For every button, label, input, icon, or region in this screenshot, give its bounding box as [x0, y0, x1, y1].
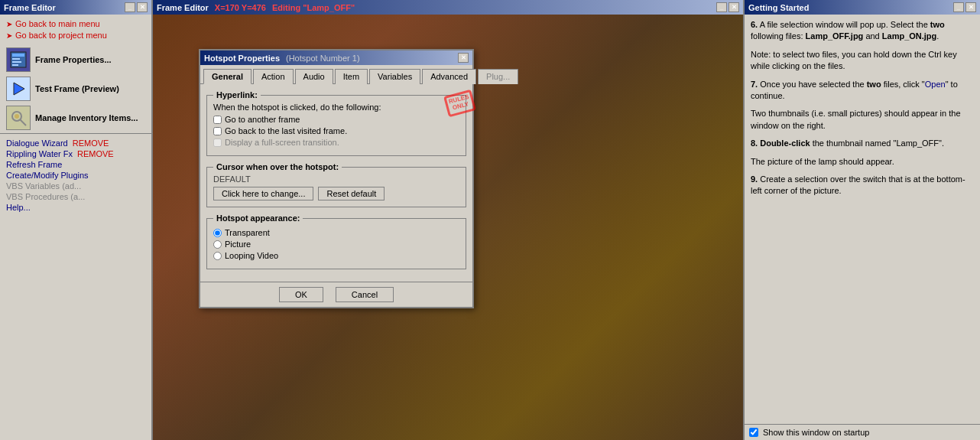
- right-content: 6. A file selection window will pop up. …: [745, 15, 980, 424]
- go-back-main-link[interactable]: ➤ Go back to main menu: [6, 19, 145, 28]
- refresh-frame-row: Refresh Frame: [6, 160, 145, 169]
- go-back-project-link[interactable]: ➤ Go back to project menu: [6, 31, 145, 40]
- reset-cursor-button[interactable]: Reset default: [318, 187, 385, 200]
- transparent-label: Transparent: [225, 228, 270, 237]
- left-panel: Frame Editor _ ✕ ➤ Go back to main menu …: [0, 0, 153, 440]
- step-7-text: 7. Once you have selected the two files,…: [751, 79, 974, 103]
- svg-rect-2: [12, 58, 20, 60]
- dialog-content: Hyperlink: When the hotspot is clicked, …: [200, 84, 472, 282]
- arrow-icon-project: ➤: [6, 31, 12, 40]
- coords-display: X=170 Y=476: [215, 3, 266, 12]
- change-cursor-button[interactable]: Click here to change...: [213, 187, 313, 200]
- transparent-radio[interactable]: [213, 229, 222, 237]
- frame-properties-label: Frame Properties...: [35, 55, 112, 64]
- divider-links: Dialogue Wizard REMOVE Rippling Water Fx…: [0, 133, 151, 213]
- test-frame-item[interactable]: Test Frame (Preview): [6, 77, 145, 101]
- minimize-button[interactable]: _: [125, 2, 135, 12]
- tab-plugins[interactable]: Plug...: [478, 69, 518, 84]
- left-menu-items: Frame Properties... Test Frame (Preview)…: [0, 44, 151, 133]
- go-back-row: Go back to the last visited frame.: [213, 126, 459, 135]
- center-close-button[interactable]: ✕: [729, 2, 739, 12]
- center-panel: Frame Editor X=170 Y=476 Editing "Lamp_O…: [153, 0, 743, 440]
- transition-row: Display a full-screen transition.: [213, 138, 459, 147]
- create-modify-link[interactable]: Create/Modify Plugins: [6, 171, 145, 180]
- left-panel-title: Frame Editor: [4, 3, 56, 12]
- dialog-title-label: Hotspot Properties: [204, 54, 280, 63]
- help-row: Help...: [6, 203, 145, 212]
- cancel-button[interactable]: Cancel: [336, 287, 394, 302]
- goto-frame-row: Go to another frame: [213, 115, 459, 124]
- hyperlink-description: When the hotspot is clicked, do the foll…: [213, 103, 459, 112]
- ok-button[interactable]: OK: [279, 287, 323, 302]
- frame-properties-icon: [6, 47, 31, 72]
- tab-variables[interactable]: Variables: [369, 69, 420, 84]
- go-back-checkbox[interactable]: [213, 127, 222, 135]
- svg-line-7: [20, 119, 26, 125]
- right-title-bar: Getting Started _ ✕: [745, 0, 980, 15]
- vbs-procedures-link: VBS Procedures (a...: [6, 192, 85, 201]
- right-minimize-button[interactable]: _: [953, 2, 964, 12]
- close-button[interactable]: ✕: [137, 2, 148, 12]
- svg-marker-5: [14, 83, 24, 95]
- left-nav-links: ➤ Go back to main menu ➤ Go back to proj…: [0, 15, 151, 44]
- hotspot-properties-dialog: Hotspot Properties (Hotspot Number 1) ✕ …: [199, 49, 474, 308]
- manage-inventory-item[interactable]: Manage Inventory Items...: [6, 106, 145, 130]
- dialogue-wizard-remove[interactable]: REMOVE: [73, 139, 109, 148]
- tab-audio[interactable]: Audio: [295, 69, 333, 84]
- hyperlink-fieldset: Hyperlink: When the hotspot is clicked, …: [206, 90, 466, 156]
- stamp-text: RULESONLY: [443, 90, 476, 117]
- manage-inventory-icon: [6, 106, 31, 130]
- dialogue-wizard-link[interactable]: Dialogue Wizard: [6, 139, 68, 148]
- refresh-frame-link[interactable]: Refresh Frame: [6, 160, 145, 169]
- rippling-water-remove[interactable]: REMOVE: [77, 149, 114, 158]
- help-link[interactable]: Help...: [6, 203, 145, 212]
- picture-radio[interactable]: [213, 240, 222, 249]
- svg-point-8: [15, 114, 19, 119]
- vbs-variables-link: VBS Variables (ad...: [6, 181, 81, 191]
- tab-advanced[interactable]: Advanced: [422, 69, 476, 84]
- tab-action[interactable]: Action: [253, 69, 294, 84]
- frame-canvas: Hotspot Properties (Hotspot Number 1) ✕ …: [153, 15, 743, 440]
- arrow-icon-main: ➤: [6, 20, 12, 28]
- dialog-title-text: Hotspot Properties (Hotspot Number 1): [204, 54, 360, 63]
- frame-properties-item[interactable]: Frame Properties...: [6, 47, 145, 72]
- goto-frame-checkbox[interactable]: [213, 116, 222, 124]
- transition-checkbox: [213, 139, 222, 147]
- tab-item[interactable]: Item: [335, 69, 368, 84]
- project-menu-label: Go back to project menu: [15, 31, 107, 40]
- dialog-title-buttons: ✕: [458, 53, 469, 63]
- cursor-default-badge: DEFAULT: [213, 174, 251, 184]
- left-panel-title-bar: Frame Editor _ ✕: [0, 0, 151, 15]
- show-startup-checkbox[interactable]: [749, 428, 758, 437]
- svg-rect-3: [12, 61, 21, 63]
- picture-row: Picture: [213, 240, 459, 249]
- transparent-row: Transparent: [213, 228, 459, 237]
- vbs-variables-row: VBS Variables (ad...: [6, 181, 145, 191]
- step-9-text: 9. Create a selection over the switch th…: [751, 174, 974, 197]
- svg-rect-4: [12, 64, 18, 66]
- cursor-fieldset: Cursor when over the hotspot: DEFAULT Cl…: [206, 162, 466, 207]
- test-frame-icon: [6, 77, 31, 101]
- step-8-text: 8. Double-click the thumbnail named "Lam…: [751, 138, 974, 149]
- appearance-legend: Hotspot appearance:: [213, 213, 303, 223]
- go-back-label: Go back to the last visited frame.: [225, 126, 347, 135]
- rippling-water-row: Rippling Water Fx REMOVE: [6, 149, 145, 158]
- cursor-legend: Cursor when over the hotspot:: [213, 162, 342, 171]
- goto-frame-label: Go to another frame: [225, 115, 300, 124]
- tab-general[interactable]: General: [203, 69, 251, 84]
- rules-only-stamp: RULESONLY: [446, 93, 484, 131]
- step-7-note: Two thumbnails (i.e. small pictures) sho…: [751, 108, 974, 132]
- main-menu-label: Go back to main menu: [15, 19, 100, 28]
- manage-inventory-label: Manage Inventory Items...: [35, 113, 138, 122]
- editing-display: Editing "Lamp_OFF": [272, 3, 355, 12]
- dialogue-wizard-row: Dialogue Wizard REMOVE: [6, 139, 145, 148]
- step-6-text: 6. A file selection window will pop up. …: [751, 19, 974, 43]
- center-minimize-button[interactable]: _: [716, 2, 727, 12]
- center-title-buttons: _ ✕: [716, 2, 739, 12]
- looping-video-label: Looping Video: [225, 251, 278, 260]
- looping-video-radio[interactable]: [213, 252, 222, 260]
- dialog-close-button[interactable]: ✕: [458, 53, 469, 63]
- rippling-water-link[interactable]: Rippling Water Fx: [6, 149, 73, 158]
- right-panel-title: Getting Started: [748, 3, 809, 12]
- right-close-button[interactable]: ✕: [965, 2, 976, 12]
